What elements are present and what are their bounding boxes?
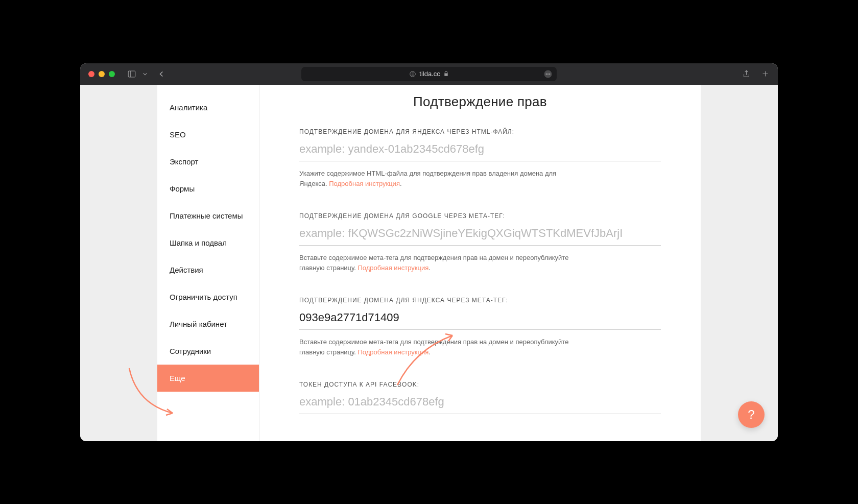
svg-point-5 (547, 73, 549, 74)
minimize-window-button[interactable] (99, 71, 105, 77)
sidebar-item-account[interactable]: Личный кабинет (157, 310, 259, 338)
chevron-down-icon[interactable] (142, 71, 148, 77)
svg-point-4 (546, 73, 547, 74)
field-description: Вставьте содержимое мета-тега для подтве… (299, 337, 575, 357)
url-text: tilda.cc (419, 70, 440, 78)
instruction-link[interactable]: Подробная инструкция (358, 264, 428, 272)
svg-point-6 (549, 73, 550, 74)
field-yandex-meta: ПОДТВЕРЖДЕНИЕ ДОМЕНА ДЛЯ ЯНДЕКСА ЧЕРЕЗ М… (299, 297, 661, 357)
new-tab-icon[interactable] (761, 69, 770, 78)
instruction-link[interactable]: Подробная инструкция (358, 348, 428, 356)
instruction-link[interactable]: Подробная инструкция (329, 180, 400, 187)
yandex-html-input[interactable] (299, 140, 661, 161)
field-label: ТОКЕН ДОСТУПА К API FACEBOOK: (299, 381, 661, 388)
field-facebook-token: ТОКЕН ДОСТУПА К API FACEBOOK: (299, 381, 661, 414)
share-icon[interactable] (742, 69, 751, 78)
maximize-window-button[interactable] (109, 71, 115, 77)
field-description: Укажите содержимое HTML-файла для подтве… (299, 169, 575, 189)
sidebar-item-restrict-access[interactable]: Ограничить доступ (157, 283, 259, 310)
sidebar-item-more[interactable]: Еще (157, 365, 259, 392)
facebook-token-input[interactable] (299, 393, 661, 414)
titlebar: tilda.cc (80, 63, 778, 85)
page-content: Аналитика SEO Экспорт Формы Платежные си… (80, 85, 778, 441)
field-google-meta: ПОДТВЕРЖДЕНИЕ ДОМЕНА ДЛЯ GOOGLE ЧЕРЕЗ МЕ… (299, 212, 661, 273)
settings-sidebar: Аналитика SEO Экспорт Формы Платежные си… (157, 85, 259, 441)
sidebar-item-payments[interactable]: Платежные системы (157, 202, 259, 229)
sidebar-item-forms[interactable]: Формы (157, 175, 259, 202)
browser-window: tilda.cc Аналитика SEO Экспорт Формы Пла… (80, 63, 778, 441)
field-label: ПОДТВЕРЖДЕНИЕ ДОМЕНА ДЛЯ ЯНДЕКСА ЧЕРЕЗ М… (299, 297, 661, 304)
close-window-button[interactable] (88, 71, 94, 77)
content-panel: Аналитика SEO Экспорт Формы Платежные си… (157, 85, 701, 441)
sidebar-item-export[interactable]: Экспорт (157, 148, 259, 175)
back-button-icon[interactable] (158, 70, 165, 78)
page-title: Подтверждение прав (299, 94, 661, 110)
lock-icon (443, 71, 449, 77)
google-meta-input[interactable] (299, 225, 661, 246)
site-icon (409, 70, 416, 78)
field-description: Вставьте содержимое мета-тега для подтве… (299, 253, 575, 273)
sidebar-item-analytics[interactable]: Аналитика (157, 94, 259, 121)
field-yandex-html: ПОДТВЕРЖДЕНИЕ ДОМЕНА ДЛЯ ЯНДЕКСА ЧЕРЕЗ H… (299, 128, 661, 189)
help-button[interactable]: ? (738, 401, 765, 428)
sidebar-item-header-footer[interactable]: Шапка и подвал (157, 229, 259, 256)
field-label: ПОДТВЕРЖДЕНИЕ ДОМЕНА ДЛЯ ЯНДЕКСА ЧЕРЕЗ H… (299, 128, 661, 135)
sidebar-item-team[interactable]: Сотрудники (157, 338, 259, 365)
svg-rect-0 (128, 71, 135, 77)
more-icon[interactable] (543, 69, 553, 79)
main-area: Подтверждение прав ПОДТВЕРЖДЕНИЕ ДОМЕНА … (259, 85, 701, 441)
traffic-lights (88, 71, 115, 77)
field-label: ПОДТВЕРЖДЕНИЕ ДОМЕНА ДЛЯ GOOGLE ЧЕРЕЗ МЕ… (299, 212, 661, 220)
yandex-meta-input[interactable] (299, 309, 661, 330)
sidebar-item-seo[interactable]: SEO (157, 121, 259, 148)
address-bar[interactable]: tilda.cc (301, 67, 557, 81)
sidebar-toggle-icon[interactable] (127, 69, 136, 79)
sidebar-item-actions[interactable]: Действия (157, 256, 259, 283)
